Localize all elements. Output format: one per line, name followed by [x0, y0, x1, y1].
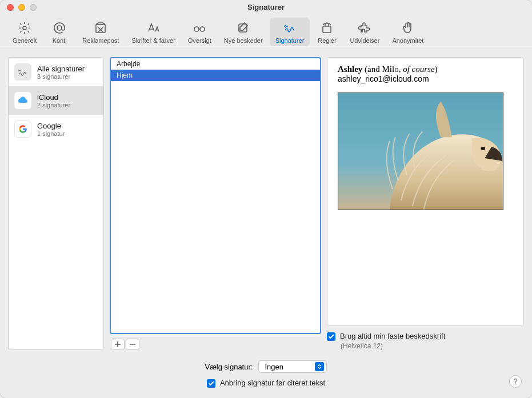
svg-rect-6: [323, 26, 331, 33]
hand-icon: [400, 20, 416, 36]
tab-composing[interactable]: Nye beskeder: [218, 18, 269, 46]
maximize-button: [30, 4, 37, 11]
sidebar-item-sub: 2 signaturer: [37, 102, 70, 108]
tab-label: Signaturer: [275, 37, 305, 44]
signature-editor[interactable]: Ashley (and Milo, of course) ashley_rico…: [327, 57, 524, 326]
sidebar-item-sub: 3 signaturer: [37, 73, 85, 80]
tab-label: Udvidelser: [350, 37, 379, 44]
tab-label: Konti: [53, 37, 67, 44]
signature-image: [338, 93, 503, 210]
preferences-toolbar: Generelt Konti Reklamepost Skrifter & fa…: [0, 14, 532, 50]
bottom-controls: Vælg signatur: Ingen Anbring signatur fø…: [0, 355, 532, 398]
svg-point-1: [57, 26, 62, 30]
titlebar: Signaturer: [0, 0, 532, 14]
gear-icon: [17, 20, 33, 36]
sidebar-item-title: Alle signaturer: [37, 65, 85, 73]
sidebar-item-all-signatures[interactable]: Alle signaturer 3 signaturer: [9, 58, 103, 86]
svg-rect-2: [96, 25, 105, 33]
minimize-button[interactable]: [18, 4, 25, 11]
add-signature-button[interactable]: [111, 339, 125, 350]
select-signature-row: Vælg signatur: Ingen: [205, 360, 327, 373]
sidebar-item-sub: 1 signatur: [37, 130, 65, 137]
puzzle-icon: [357, 20, 373, 36]
junk-icon: [93, 20, 109, 36]
signature-row[interactable]: Hjem: [111, 70, 320, 81]
remove-signature-button[interactable]: [126, 339, 139, 350]
sidebar-item-icloud[interactable]: iCloud 2 signaturer: [9, 86, 103, 115]
tab-label: Skrifter & farver: [131, 37, 175, 44]
signature-stamp-icon: [14, 63, 31, 81]
select-stepper-icon: [315, 362, 324, 371]
sidebar-item-title: Google: [37, 122, 65, 130]
checkbox-checked-icon: [327, 332, 335, 341]
window-title: Signaturer: [0, 3, 532, 11]
svg-point-3: [194, 27, 199, 31]
fonts-icon: [146, 20, 162, 36]
right-controls: Brug altid min faste beskedskrift (Helve…: [327, 332, 524, 350]
signature-preview-column: Ashley (and Milo, of course) ashley_rico…: [327, 57, 524, 350]
sidebar-item-google[interactable]: Google 1 signatur: [9, 115, 103, 143]
add-remove-controls: [111, 339, 321, 350]
svg-point-7: [481, 147, 485, 150]
svg-point-4: [200, 27, 205, 31]
tab-label: Nye beskeder: [224, 37, 263, 44]
checkbox-label: Anbring signatur før citeret tekst: [220, 379, 325, 387]
signature-row[interactable]: Arbejde: [111, 58, 320, 70]
tab-junk[interactable]: Reklamepost: [77, 18, 125, 46]
tab-label: Reklamepost: [82, 37, 119, 44]
tab-fonts[interactable]: Skrifter & farver: [126, 18, 181, 46]
tab-accounts[interactable]: Konti: [43, 18, 75, 46]
signature-icon: [282, 20, 298, 36]
select-label: Vælg signatur:: [205, 363, 253, 371]
tab-signatures[interactable]: Signaturer: [270, 18, 310, 46]
signature-name-line: Ashley (and Milo, of course): [338, 65, 513, 74]
tab-general[interactable]: Generelt: [7, 18, 42, 46]
tab-label: Anonymitet: [392, 37, 423, 44]
traffic-lights: [7, 4, 37, 11]
google-icon: [14, 120, 31, 138]
icloud-icon: [14, 92, 31, 109]
tab-viewing[interactable]: Oversigt: [182, 18, 217, 46]
place-before-quoted-checkbox-row[interactable]: Anbring signatur før citeret tekst: [207, 379, 325, 388]
select-value: Ingen: [265, 363, 283, 371]
preferences-window: Signaturer Generelt Konti Reklamepost Sk…: [0, 0, 532, 398]
content-area: Alle signaturer 3 signaturer iCloud 2 si…: [0, 50, 532, 355]
compose-icon: [235, 20, 251, 36]
choose-signature-select[interactable]: Ingen: [258, 360, 327, 373]
tab-rules[interactable]: Regler: [311, 18, 343, 46]
tab-label: Regler: [318, 37, 336, 44]
signature-list[interactable]: Arbejde Hjem: [110, 57, 321, 334]
checkbox-checked-icon: [207, 379, 215, 388]
close-button[interactable]: [7, 4, 14, 11]
use-fixed-font-checkbox-row[interactable]: Brug altid min faste beskedskrift: [327, 332, 524, 341]
tab-label: Oversigt: [188, 37, 211, 44]
fixed-font-detail: (Helvetica 12): [341, 342, 524, 350]
tab-label: Generelt: [13, 37, 37, 44]
sidebar-item-title: iCloud: [37, 93, 70, 102]
checkbox-label: Brug altid min faste beskedskrift: [340, 332, 445, 340]
tab-extensions[interactable]: Udvidelser: [344, 18, 385, 46]
signature-email-line: ashley_rico1@icloud.com: [338, 74, 513, 83]
glasses-icon: [191, 20, 207, 36]
help-button[interactable]: ?: [509, 375, 522, 388]
accounts-sidebar: Alle signaturer 3 signaturer iCloud 2 si…: [8, 57, 104, 350]
svg-point-0: [23, 26, 26, 30]
signature-list-column: Arbejde Hjem: [110, 57, 321, 350]
rules-icon: [319, 20, 335, 36]
at-icon: [51, 20, 67, 36]
tab-privacy[interactable]: Anonymitet: [386, 18, 429, 46]
